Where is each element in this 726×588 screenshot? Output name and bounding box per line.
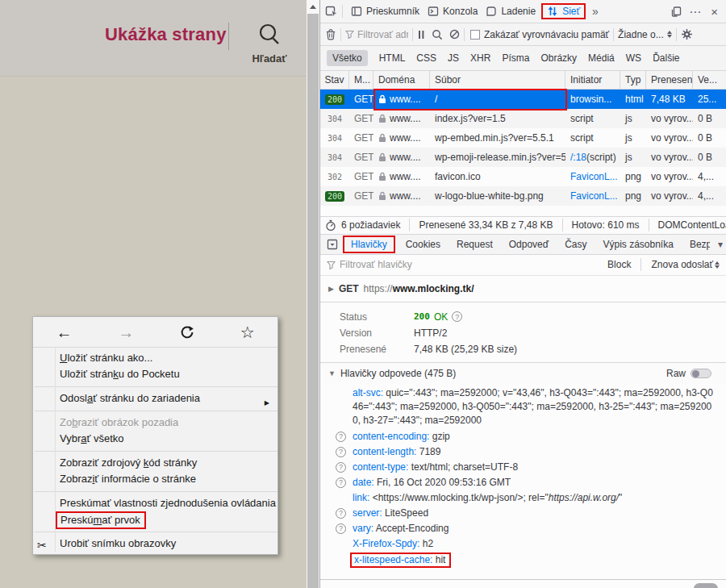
col-file[interactable]: Súbor [430,71,565,89]
header-row[interactable]: ? date: Fri, 16 Oct 2020 09:53:16 GMT [353,476,715,490]
clear-requests-icon[interactable] [325,28,336,40]
raw-toggle[interactable] [691,369,711,378]
col-status[interactable]: Stav [320,71,349,89]
search-icon[interactable] [432,29,443,40]
block-icon[interactable] [449,29,460,40]
url-filter-input[interactable]: Filtrovať adresy URL [345,29,408,40]
menu-item-inspect-accessibility[interactable]: Preskúmať vlastnosti zjednodušenia ovlád… [33,495,277,511]
menu-item-save-page-as[interactable]: Uložiť stránku ako... [33,350,277,366]
question-circle-icon[interactable]: ? [452,311,462,322]
filter-html[interactable]: HTML [379,52,406,64]
all-tabs-dropdown-icon[interactable]: ▾ [718,239,726,250]
scrollbar-thumb[interactable] [307,14,319,588]
tab-console[interactable]: Konzola [424,0,482,23]
menu-item-inspect-element[interactable]: Preskúmať prvok [33,511,277,528]
question-circle-icon[interactable]: ? [336,447,346,457]
filter-all[interactable]: Všetko [327,50,368,66]
close-icon[interactable]: × [707,6,721,18]
dom-content-loaded[interactable]: DOMContentLoade [653,219,726,231]
page-scrollbar[interactable] [307,0,319,588]
tab-stack-trace[interactable]: Výpis zásobníka [595,239,680,250]
question-circle-icon[interactable]: ? [336,523,346,534]
search-label[interactable]: Hľadať [247,52,292,65]
scroll-up-icon[interactable] [310,5,316,9]
header-row[interactable]: x-litespeed-cache: hit [353,553,715,568]
tab-timings[interactable]: Časy [557,239,594,250]
disable-cache-label[interactable]: Zakázať vyrovnávaciu pamäť [484,29,609,40]
header-row[interactable]: ? content-type: text/html; charset=UTF-8 [353,461,715,474]
tab-cookies[interactable]: Cookies [398,239,448,250]
question-circle-icon[interactable]: ? [336,477,346,488]
table-row[interactable]: 304 GET www.... wp-emoji-release.min.js?… [320,148,726,167]
col-transferred[interactable]: Prenesené [646,71,693,89]
more-tabs-icon[interactable]: » [587,5,603,18]
initiator-cell[interactable]: FaviconL... [565,167,620,186]
tab-request[interactable]: Request [449,239,500,250]
menu-item-take-screenshot[interactable]: ✂Urobiť snímku obrazovky [33,536,277,552]
menu-item-select-all[interactable]: Vybrať všetko [33,431,277,447]
stopwatch-icon[interactable] [325,219,336,231]
table-row[interactable]: 302 GET www.... favicon.ico FaviconL... … [320,167,726,186]
separate-window-icon[interactable] [670,6,682,18]
resend-button[interactable]: Znova odoslať [645,259,715,270]
back-icon[interactable]: ← [56,324,72,340]
pick-element-icon[interactable] [325,5,338,18]
table-row[interactable]: 200 GET www.... / browsin... html 7,48 K… [320,90,726,109]
col-method[interactable]: M... [349,71,373,89]
filter-js[interactable]: JS [448,52,459,64]
filter-ws[interactable]: WS [626,52,641,64]
gear-icon[interactable] [681,28,693,40]
menu-item-page-info[interactable]: Zobraziť informácie o stránke [33,471,277,487]
question-circle-icon[interactable]: ? [336,432,346,442]
col-domain[interactable]: Doména [373,71,430,89]
tab-network[interactable]: Sieť [541,3,586,19]
tab-security[interactable]: Bezp [682,239,710,250]
header-row[interactable]: ? vary: Accept-Encoding [353,522,715,536]
col-size[interactable]: Ve... [693,71,726,89]
header-row[interactable]: ? content-encoding: gzip [353,430,715,444]
col-initiator[interactable]: Initiator [565,71,620,89]
question-circle-icon[interactable]: ? [336,462,346,473]
initiator-cell[interactable]: FaviconL... [565,186,620,206]
filter-other[interactable]: Ďalšie [653,52,679,64]
tab-debugger[interactable]: Ladenie [482,0,540,23]
header-row[interactable]: ? server: LiteSpeed [353,507,715,520]
search-icon[interactable] [257,23,282,47]
table-row[interactable]: 304 GET www.... index.js?ver=1.5 script … [320,109,726,128]
headers-filter-input[interactable]: Filtrovať hlavičky [340,259,412,270]
throttling-dropdown[interactable]: Žiadne o... [618,29,672,40]
filter-media[interactable]: Médiá [588,52,615,64]
menu-item-view-source[interactable]: Zobraziť zdrojový kód stránky [33,455,277,471]
tab-headers[interactable]: Hlavičky [343,236,395,253]
question-circle-icon[interactable]: ? [336,508,346,519]
tab-response[interactable]: Odpoveď [502,239,556,250]
response-headers-section[interactable]: ▼ Hlavičky odpovede (475 B) Raw [320,363,726,384]
header-row[interactable]: ? content-length: 7189 [353,445,715,459]
table-row[interactable]: 304 GET www.... wp-embed.min.js?ver=5.5.… [320,128,726,148]
request-url-row[interactable]: ▶ GET https://www.mlocking.tk/ [320,276,726,302]
menu-item-send-to-device[interactable]: Odoslať stránku do zariadenia▶ [33,390,277,407]
site-title[interactable]: Ukážka strany [105,24,227,45]
disable-cache-checkbox[interactable] [470,30,480,40]
tab-inspector[interactable]: Prieskumník [347,0,424,23]
block-button[interactable]: Block [602,259,636,270]
filter-images[interactable]: Obrázky [540,52,577,64]
bookmark-star-icon[interactable]: ☆ [240,324,255,340]
pause-icon[interactable] [417,30,425,40]
raw-toggle-partial[interactable] [694,583,718,588]
meatball-menu-icon[interactable]: ⋯ [686,6,704,18]
triangle-right-icon[interactable]: ▶ [328,285,334,293]
filter-xhr[interactable]: XHR [470,52,490,64]
sidebar-toggle-icon[interactable] [323,239,341,250]
reload-icon[interactable] [180,325,194,340]
site-search[interactable]: Hľadať [247,23,292,65]
header-row[interactable]: alt-svc: quic=":443"; ma=2592000; v="43,… [353,386,715,427]
initiator-link[interactable]: /:18 [570,152,586,163]
filter-css[interactable]: CSS [416,52,436,64]
triangle-down-icon[interactable]: ▼ [328,369,336,377]
header-row[interactable]: link: <https://www.mlocking.tk/wp-json/>… [353,491,715,505]
col-type[interactable]: Typ [620,71,646,89]
menu-item-save-to-pocket[interactable]: Uložiť stránku do Pocketu [33,366,277,382]
filter-fonts[interactable]: Písma [502,52,529,64]
header-row[interactable]: X-Firefox-Spdy: h2 [353,537,715,551]
